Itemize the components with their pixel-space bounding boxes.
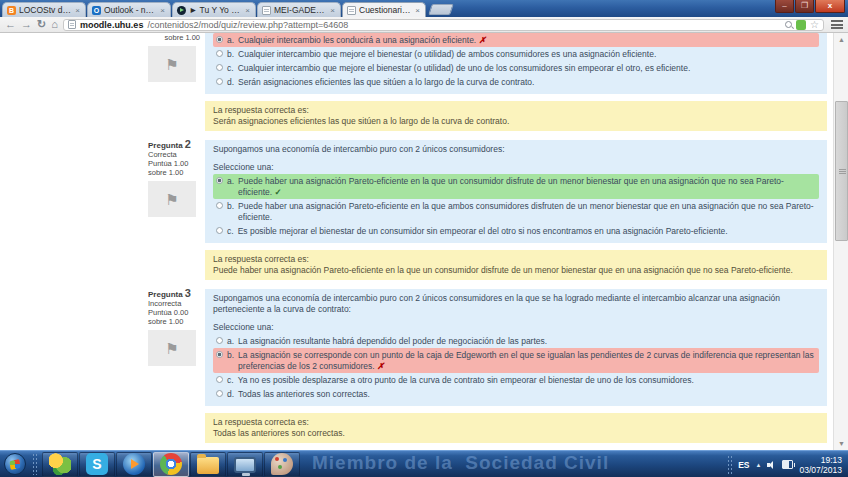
radio-icon[interactable] xyxy=(216,78,223,85)
search-icon[interactable] xyxy=(785,21,792,28)
question-info: Pregunta 2 Correcta Puntúa 1.00 sobre 1.… xyxy=(148,140,200,280)
maximize-button[interactable]: ❐ xyxy=(795,0,814,13)
reload-icon[interactable]: ↻ xyxy=(37,19,46,30)
option-b[interactable]: b. Cualquier intercambio que mejore el b… xyxy=(213,47,819,61)
radio-icon[interactable] xyxy=(216,64,223,71)
radio-icon[interactable] xyxy=(216,227,223,234)
option-d[interactable]: d. Todas las anteriores son correctas. xyxy=(213,387,819,401)
play-icon xyxy=(177,6,186,15)
scroll-down-icon[interactable]: ▼ xyxy=(834,437,848,450)
radio-icon[interactable] xyxy=(216,337,223,344)
question-content: Supongamos una economía de intercambio p… xyxy=(205,289,827,443)
taskbar-chrome-button[interactable] xyxy=(153,452,189,477)
close-button[interactable]: x xyxy=(815,0,845,13)
browser-menu-icon[interactable] xyxy=(831,20,843,29)
option-b[interactable]: b. La asignación se corresponde con un p… xyxy=(213,348,819,373)
option-c[interactable]: c. Cualquier intercambio que mejore el b… xyxy=(213,61,819,75)
scroll-up-icon[interactable]: ▲ xyxy=(834,33,848,46)
option-c[interactable]: c. Es posible mejorar el bienestar de un… xyxy=(213,224,819,238)
browser-toolbar: ← → ↻ ⌂ moodle.uhu.es/contenidos2/mod/qu… xyxy=(0,17,848,33)
taskbar-skype-button[interactable]: S xyxy=(79,452,115,477)
radio-icon[interactable] xyxy=(216,202,223,209)
outlook-icon: O xyxy=(92,6,101,15)
vertical-scrollbar[interactable]: ▲ ▼ xyxy=(833,33,848,450)
tab-mei-gade[interactable]: MEI-GADE: Cuestion... × xyxy=(257,2,341,17)
option-a[interactable]: a. Puede haber una asignación Pareto-efi… xyxy=(213,174,819,199)
option-d[interactable]: d. Serán asignaciones eficientes las que… xyxy=(213,75,819,89)
option-a[interactable]: a. Cualquier intercambio les conducirá a… xyxy=(213,33,819,47)
taskbar-messenger-button[interactable] xyxy=(42,452,78,477)
radio-icon[interactable] xyxy=(216,50,223,57)
question-points-line: Puntúa 0.00 xyxy=(148,308,200,317)
quiz-review-page: sobre 1.00 ⚑ a. Cualquier intercambio le… xyxy=(0,33,833,450)
option-key: c. xyxy=(227,63,234,74)
question-label: Pregunta xyxy=(148,141,183,150)
home-icon[interactable]: ⌂ xyxy=(51,19,58,30)
correct-check-icon: ✓ xyxy=(275,187,282,197)
question-3: Pregunta 3 Incorrecta Puntúa 0.00 sobre … xyxy=(0,289,833,443)
clock-time: 19:13 xyxy=(799,455,842,465)
radio-selected-icon[interactable] xyxy=(216,177,223,184)
tab-close-icon[interactable]: × xyxy=(159,6,166,15)
bookmark-star-icon[interactable]: ☆ xyxy=(810,20,819,30)
media-player-icon xyxy=(123,453,145,475)
flag-box[interactable]: ⚑ xyxy=(148,181,196,217)
chrome-icon xyxy=(160,453,182,475)
radio-selected-icon[interactable] xyxy=(216,36,223,43)
monitor-icon xyxy=(234,457,256,473)
question-points-line: sobre 1.00 xyxy=(148,317,200,326)
question-text: Supongamos una economía de intercambio p… xyxy=(213,144,819,155)
tab-title: Outlook - nsogonse_ xyxy=(104,5,156,15)
option-a[interactable]: a. La asignación resultante habrá depend… xyxy=(213,334,819,348)
option-c[interactable]: c. Ya no es posible desplazarse a otro p… xyxy=(213,373,819,387)
tab-outlook[interactable]: O Outlook - nsogonse_ × xyxy=(87,2,171,17)
feedback-label: La respuesta correcta es: xyxy=(213,417,819,428)
option-key: c. xyxy=(227,375,234,386)
taskbar-media-player-button[interactable] xyxy=(116,452,152,477)
question-1: sobre 1.00 ⚑ a. Cualquier intercambio le… xyxy=(0,33,833,131)
tab-close-icon[interactable]: × xyxy=(414,6,421,15)
extension-icon[interactable] xyxy=(796,20,806,30)
forward-icon[interactable]: → xyxy=(21,19,32,30)
language-indicator[interactable]: ES xyxy=(738,460,749,470)
show-hidden-icons[interactable]: ▲ xyxy=(756,462,762,468)
option-text: Todas las anteriores son correctas. xyxy=(238,389,370,400)
radio-selected-icon[interactable] xyxy=(216,351,223,358)
taskbar-remote-desktop-button[interactable] xyxy=(227,452,263,477)
option-text: Cualquier intercambio que mejore el bien… xyxy=(238,63,691,74)
tab-music-player[interactable]: ► Tu Y Yo - Prince | × xyxy=(172,2,256,17)
battery-icon[interactable] xyxy=(782,460,793,469)
tab-cuestionario-active[interactable]: Cuestionario Tema × xyxy=(342,2,426,17)
address-bar[interactable]: moodle.uhu.es/contenidos2/mod/quiz/revie… xyxy=(63,19,824,31)
speaker-icon[interactable] xyxy=(767,460,776,469)
tab-close-icon[interactable]: × xyxy=(74,6,81,15)
back-icon[interactable]: ← xyxy=(5,19,16,30)
taskbar-explorer-button[interactable] xyxy=(190,452,226,477)
radio-icon[interactable] xyxy=(216,376,223,383)
taskbar-clock[interactable]: 19:13 03/07/2013 xyxy=(799,455,842,475)
windows-logo-icon xyxy=(9,459,20,470)
tab-close-icon[interactable]: × xyxy=(244,6,251,15)
select-one-label: Seleccione una: xyxy=(213,322,819,333)
start-button[interactable] xyxy=(4,453,26,475)
option-text: La asignación resultante habrá dependido… xyxy=(238,336,547,347)
tab-close-icon[interactable]: × xyxy=(329,6,336,15)
question-2: Pregunta 2 Correcta Puntúa 1.00 sobre 1.… xyxy=(0,140,833,280)
browser-titlebar: B LOCOStv deJamónyC × O Outlook - nsogon… xyxy=(0,0,848,17)
minimize-button[interactable]: – xyxy=(775,0,794,13)
scrollbar-thumb[interactable] xyxy=(835,101,848,241)
taskbar-paint-button[interactable] xyxy=(264,452,300,477)
question-content: a. Cualquier intercambio les conducirá a… xyxy=(205,33,827,131)
feedback-box: La respuesta correcta es: Serán asignaci… xyxy=(205,101,827,131)
question-number: 2 xyxy=(185,138,191,150)
flag-box[interactable]: ⚑ xyxy=(148,46,196,82)
tab-locostv[interactable]: B LOCOStv deJamónyC × xyxy=(2,2,86,17)
option-b[interactable]: b. Puede haber una asignación Pareto-efi… xyxy=(213,199,819,224)
option-text: Ya no es posible desplazarse a otro punt… xyxy=(238,375,694,386)
new-tab-button[interactable] xyxy=(428,4,454,15)
flag-box[interactable]: ⚑ xyxy=(148,330,196,366)
feedback-text: Puede haber una asignación Pareto-eficie… xyxy=(213,265,819,276)
radio-icon[interactable] xyxy=(216,390,223,397)
question-info: Pregunta 3 Incorrecta Puntúa 0.00 sobre … xyxy=(148,289,200,443)
question-points-line: sobre 1.00 xyxy=(148,33,200,42)
